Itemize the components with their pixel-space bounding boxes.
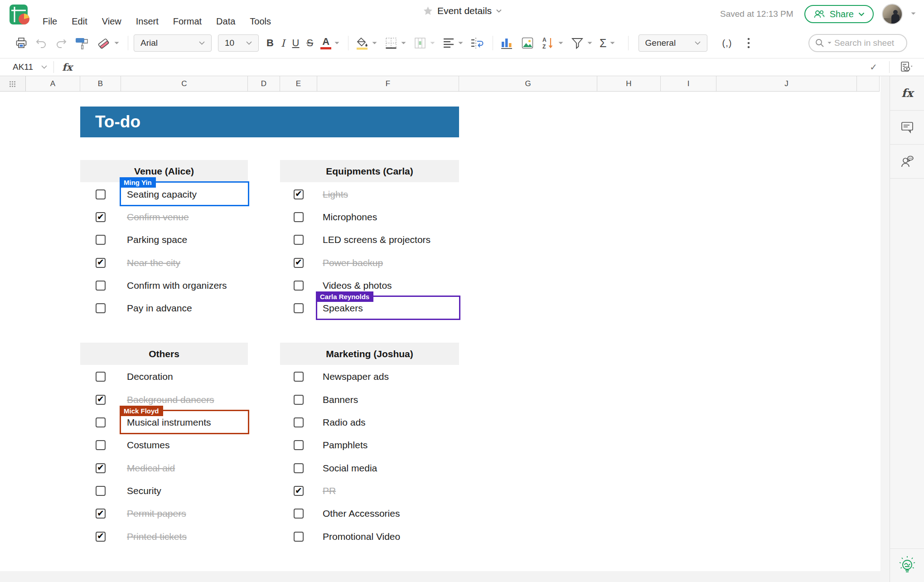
checkbox-costumes[interactable]: [96, 440, 106, 450]
clear-format-button[interactable]: [95, 35, 121, 51]
wrap-text-button[interactable]: [469, 35, 485, 51]
print-button[interactable]: [14, 35, 29, 51]
app-logo-icon[interactable]: [9, 4, 30, 25]
redo-button[interactable]: [53, 35, 69, 51]
checkbox-background-dancers[interactable]: [96, 395, 106, 405]
menu-tools[interactable]: Tools: [250, 16, 271, 27]
menu-edit[interactable]: Edit: [72, 16, 87, 27]
menu-format[interactable]: Format: [173, 16, 202, 27]
undo-button[interactable]: [34, 35, 49, 51]
insert-image-button[interactable]: [519, 35, 536, 51]
horizontal-align-button[interactable]: [441, 35, 464, 51]
cell-pr[interactable]: PR: [323, 480, 336, 502]
checkbox-near-the-city[interactable]: [96, 258, 106, 268]
cell-reference-box[interactable]: AK11: [0, 62, 53, 72]
column-header-E[interactable]: E: [280, 76, 317, 91]
cell-other-accessories[interactable]: Other Accessories: [323, 502, 400, 525]
cell-decoration[interactable]: Decoration: [127, 365, 173, 388]
cell-costumes[interactable]: Costumes: [127, 434, 170, 456]
column-header-partial[interactable]: [857, 76, 880, 91]
section-header-venue[interactable]: Venue (Alice): [80, 160, 248, 182]
cell-power-backup[interactable]: Power backup: [323, 251, 383, 274]
cell-newspaper-ads[interactable]: Newspaper ads: [323, 365, 389, 388]
search-input[interactable]: Search in sheet: [808, 34, 907, 52]
cell-permit-papers[interactable]: Permit papers: [127, 502, 186, 525]
menu-view[interactable]: View: [102, 16, 121, 27]
column-header-H[interactable]: H: [597, 76, 661, 91]
section-header-marketing[interactable]: Marketing (Joshua): [280, 343, 459, 365]
section-header-others[interactable]: Others: [80, 343, 248, 365]
checkbox-pamphlets[interactable]: [294, 440, 304, 450]
menu-insert[interactable]: Insert: [136, 16, 159, 27]
column-header-I[interactable]: I: [661, 76, 716, 91]
merge-cells-button[interactable]: [412, 35, 436, 51]
checkbox-newspaper-ads[interactable]: [294, 372, 304, 382]
column-header-C[interactable]: C: [121, 76, 248, 91]
checkbox-security[interactable]: [96, 486, 106, 496]
menu-data[interactable]: Data: [216, 16, 235, 27]
cell-banners[interactable]: Banners: [323, 388, 358, 411]
font-family-select[interactable]: Arial: [134, 34, 212, 52]
menu-file[interactable]: File: [43, 16, 57, 27]
checkbox-musical-instruments[interactable]: [96, 417, 106, 427]
sheet-canvas[interactable]: To-do Venue (Alice)Ming YinSeating capac…: [0, 92, 880, 571]
cell-security[interactable]: Security: [127, 480, 161, 502]
checkbox-lights[interactable]: [294, 189, 304, 199]
font-size-select[interactable]: 10: [218, 34, 259, 52]
column-header-J[interactable]: J: [716, 76, 857, 91]
filter-button[interactable]: [569, 35, 594, 51]
checkbox-speakers[interactable]: [294, 303, 304, 313]
sheet-view-button[interactable]: [890, 61, 924, 73]
font-color-button[interactable]: A: [319, 35, 341, 51]
section-header-equipments[interactable]: Equipments (Carla): [280, 160, 459, 182]
cell-confirm-venue[interactable]: Confirm venue: [127, 206, 189, 228]
cell-pamphlets[interactable]: Pamphlets: [323, 434, 368, 456]
checkbox-banners[interactable]: [294, 395, 304, 405]
formula-confirm-icon[interactable]: ✓: [858, 62, 889, 73]
more-options-button[interactable]: [746, 35, 751, 51]
checkbox-decoration[interactable]: [96, 372, 106, 382]
checkbox-medical-aid[interactable]: [96, 463, 106, 473]
checkbox-printed-tickets[interactable]: [96, 532, 106, 542]
checkbox-social-media[interactable]: [294, 463, 304, 473]
cell-speakers[interactable]: Speakers: [323, 297, 363, 320]
column-header-B[interactable]: B: [80, 76, 121, 91]
cell-promotional-video[interactable]: Promotional Video: [323, 525, 400, 548]
cell-pay-in-advance[interactable]: Pay in advance: [127, 297, 192, 320]
scroll-gutter[interactable]: [880, 76, 890, 582]
cell-printed-tickets[interactable]: Printed tickets: [127, 525, 187, 548]
checkbox-other-accessories[interactable]: [294, 509, 304, 519]
document-title[interactable]: Event details: [437, 5, 492, 16]
cell-parking-space[interactable]: Parking space: [127, 228, 187, 251]
title-menu-chevron-icon[interactable]: [496, 9, 502, 13]
cell-microphones[interactable]: Microphones: [323, 206, 377, 228]
bold-button[interactable]: B: [265, 35, 275, 51]
cell-confirm-with-organizers[interactable]: Confirm with organizers: [127, 274, 227, 297]
favorite-star-icon[interactable]: [422, 5, 433, 16]
checkbox-led-screens-projectors[interactable]: [294, 235, 304, 245]
user-avatar[interactable]: [882, 4, 903, 24]
sort-button[interactable]: A Z: [540, 35, 565, 51]
custom-format-button[interactable]: (,): [721, 35, 734, 51]
checkbox-radio-ads[interactable]: [294, 417, 304, 427]
sidebar-formula-button[interactable]: fx: [890, 76, 924, 110]
checkbox-confirm-venue[interactable]: [96, 212, 106, 222]
italic-button[interactable]: I: [280, 35, 286, 51]
account-chevron-icon[interactable]: [911, 12, 916, 16]
checkbox-promotional-video[interactable]: [294, 532, 304, 542]
share-button[interactable]: Share: [804, 5, 874, 23]
checkbox-pay-in-advance[interactable]: [96, 303, 106, 313]
borders-button[interactable]: [383, 35, 407, 51]
fill-color-button[interactable]: [354, 35, 378, 51]
select-all-corner[interactable]: [0, 76, 26, 91]
cell-lights[interactable]: Lights: [323, 183, 348, 206]
checkbox-microphones[interactable]: [294, 212, 304, 222]
sum-button[interactable]: Σ: [598, 35, 616, 51]
sidebar-comments-button[interactable]: [890, 110, 924, 144]
checkbox-seating-capacity[interactable]: [96, 189, 106, 199]
cell-led-screens-projectors[interactable]: LED screens & projectors: [323, 228, 431, 251]
cell-medical-aid[interactable]: Medical aid: [127, 456, 175, 480]
strikethrough-button[interactable]: S: [305, 35, 314, 51]
number-format-select[interactable]: General: [639, 34, 707, 52]
checkbox-power-backup[interactable]: [294, 258, 304, 268]
